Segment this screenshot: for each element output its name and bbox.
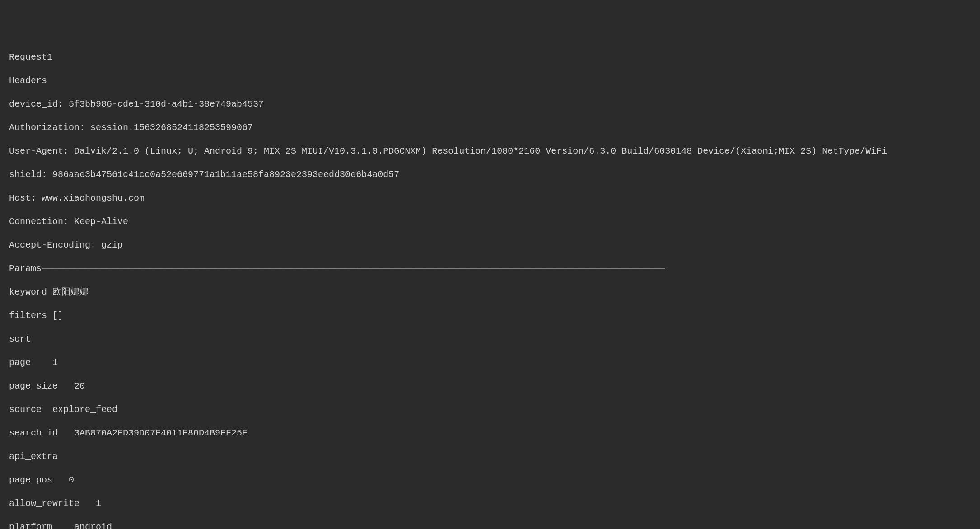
header-authorization: Authorization: session.15632685241182535… [9,122,971,134]
request-title: Request1 [9,51,971,63]
param-filters: filters [] [9,310,971,322]
header-user-agent: User-Agent: Dalvik/2.1.0 (Linux; U; Andr… [9,145,971,157]
param-sort: sort [9,333,971,345]
param-page: page 1 [9,357,971,369]
header-connection: Connection: Keep-Alive [9,216,971,228]
param-page-size: page_size 20 [9,380,971,392]
header-device-id: device_id: 5f3bb986-cde1-310d-a4b1-38e74… [9,98,971,110]
param-api-extra: api_extra [9,451,971,463]
param-keyword: keyword 欧阳娜娜 [9,286,971,298]
header-host: Host: www.xiaohongshu.com [9,192,971,204]
param-search-id: search_id 3AB870A2FD39D07F4011F80D4B9EF2… [9,427,971,439]
param-page-pos: page_pos 0 [9,474,971,486]
params-label: Params──────────────────────────────────… [9,263,971,275]
headers-label: Headers [9,75,971,87]
param-platform: platform android [9,521,971,529]
header-accept-encoding: Accept-Encoding: gzip [9,239,971,251]
param-allow-rewrite: allow_rewrite 1 [9,498,971,510]
param-source: source explore_feed [9,404,971,416]
header-shield: shield: 986aae3b47561c41cc0a52e669771a1b… [9,169,971,181]
